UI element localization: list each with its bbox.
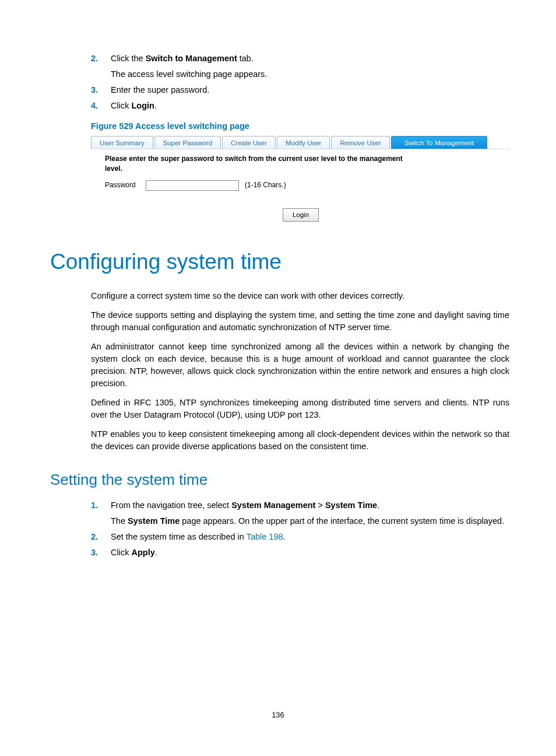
tab-switch-to-management[interactable]: Switch To Management: [391, 136, 487, 149]
tab-bar: User Summary Super Password Create User …: [91, 136, 511, 149]
table-198-link[interactable]: Table 198: [247, 532, 283, 541]
step-bold: System Management: [231, 501, 315, 510]
steps-top: 2. Click the Switch to Management tab. T…: [91, 52, 509, 112]
step-text: .: [155, 548, 157, 557]
tab-create-user[interactable]: Create User: [222, 136, 276, 149]
paragraph: Defined in RFC 1305, NTP synchronizes ti…: [91, 397, 509, 421]
step-text: Click: [111, 101, 131, 110]
tab-modify-user[interactable]: Modify User: [277, 136, 330, 149]
step-text: Click: [111, 548, 131, 557]
step-number: 3.: [91, 84, 111, 96]
password-hint: (1-16 Chars.): [245, 180, 286, 190]
switch-instruction: Please enter the super password to switc…: [105, 154, 408, 174]
step-text: .: [283, 532, 286, 541]
step-number: 1.: [91, 499, 111, 527]
step-text: Click the: [111, 54, 146, 63]
step-number: 2.: [91, 52, 111, 80]
step-text: .: [377, 501, 379, 510]
tab-super-password[interactable]: Super Password: [154, 136, 221, 149]
paragraph: An administrator cannot keep time synchr…: [91, 341, 509, 390]
step-subtext: The access level switching page appears.: [111, 68, 509, 80]
step-text: Enter the super password.: [111, 84, 509, 96]
step-subtext: The: [111, 516, 128, 526]
step-number: 4.: [91, 100, 111, 112]
password-row: Password (1-16 Chars.): [105, 180, 511, 191]
step-bold: Switch to Management: [146, 54, 237, 63]
page-number: 136: [0, 710, 556, 721]
step-bold: Login: [131, 101, 154, 110]
paragraph: NTP enables you to keep consistent timek…: [91, 428, 509, 453]
paragraph: The device supports setting and displayi…: [91, 309, 509, 334]
step-bold: Apply: [131, 548, 154, 557]
figure-caption: Figure 529 Access level switching page: [91, 120, 509, 132]
figure-529: User Summary Super Password Create User …: [91, 136, 511, 221]
step-3: 3. Click Apply.: [91, 547, 509, 559]
heading-configuring-system-time: Configuring system time: [50, 246, 509, 278]
step-number: 2.: [91, 531, 111, 543]
step-subtext: page appears. On the upper part of the i…: [180, 516, 504, 526]
step-number: 3.: [91, 547, 111, 559]
step-text: From the navigation tree, select: [111, 501, 231, 510]
steps-bottom: 1. From the navigation tree, select Syst…: [91, 499, 509, 559]
step-1: 1. From the navigation tree, select Syst…: [91, 499, 509, 527]
step-2: 2. Click the Switch to Management tab. T…: [91, 52, 509, 80]
tab-remove-user[interactable]: Remove User: [331, 136, 389, 149]
step-text: >: [315, 501, 325, 510]
login-button[interactable]: Login: [283, 208, 319, 222]
step-text: tab.: [237, 54, 254, 63]
password-input[interactable]: [146, 180, 239, 191]
step-bold: System Time: [325, 501, 377, 510]
password-label: Password: [105, 180, 140, 190]
step-sub-bold: System Time: [128, 516, 180, 526]
step-2: 2. Set the system time as described in T…: [91, 531, 509, 543]
step-3: 3. Enter the super password.: [91, 84, 509, 96]
step-text: .: [154, 101, 157, 110]
heading-setting-the-system-time: Setting the system time: [50, 469, 509, 491]
step-text: Set the system time as described in: [111, 532, 247, 541]
step-4: 4. Click Login.: [91, 100, 509, 112]
tab-user-summary[interactable]: User Summary: [91, 136, 153, 149]
paragraph: Configure a correct system time so the d…: [91, 290, 509, 302]
